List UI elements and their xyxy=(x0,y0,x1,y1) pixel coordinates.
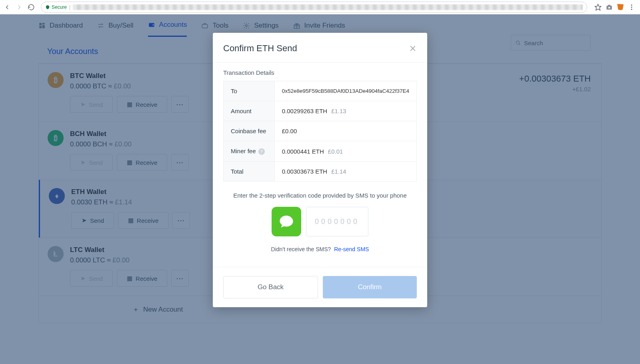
svg-rect-3 xyxy=(608,5,610,6)
amount-value: 0.00299263 ETH xyxy=(282,108,327,114)
go-back-label: Go Back xyxy=(258,283,284,291)
modal-title: Confirm ETH Send xyxy=(223,43,297,54)
browser-chrome: Secure | xyxy=(0,0,640,14)
secure-indicator: Secure xyxy=(45,4,67,10)
svg-point-5 xyxy=(631,6,632,8)
confirm-label: Confirm xyxy=(358,283,382,291)
transaction-table: To 0x52e8e95F59cB588DAf0D13ADe4904faC422… xyxy=(223,81,417,182)
amount-label: Amount xyxy=(224,101,275,121)
twofa-hint: Enter the 2-step verification code provi… xyxy=(226,192,414,199)
metamask-icon[interactable] xyxy=(617,4,624,11)
transaction-details-label: Transaction Details xyxy=(223,69,417,76)
secure-label: Secure xyxy=(52,4,67,10)
go-back-button[interactable]: Go Back xyxy=(223,276,318,298)
cbfee-value: £0.00 xyxy=(274,121,416,141)
svg-marker-0 xyxy=(595,4,601,10)
resend-question: Didn't receive the SMS? xyxy=(271,246,331,252)
twofa-code-input[interactable] xyxy=(306,207,368,236)
mfee-value: 0.0000441 ETH xyxy=(282,148,324,155)
svg-point-4 xyxy=(631,4,632,6)
help-icon[interactable]: ? xyxy=(258,148,265,155)
mfee-fiat: £0.01 xyxy=(328,148,343,155)
star-icon[interactable] xyxy=(594,4,602,11)
sms-icon xyxy=(272,207,301,236)
resend-link[interactable]: Re-send SMS xyxy=(334,246,369,252)
confirm-send-modal: Confirm ETH Send Transaction Details To … xyxy=(213,33,427,307)
confirm-button[interactable]: Confirm xyxy=(323,276,417,298)
to-label: To xyxy=(224,81,275,101)
total-label: Total xyxy=(224,162,275,182)
address-bar[interactable]: Secure | xyxy=(41,2,587,13)
more-icon[interactable] xyxy=(628,4,635,11)
reload-button[interactable] xyxy=(27,3,35,11)
forward-button[interactable] xyxy=(15,3,23,11)
amount-fiat: £1.13 xyxy=(331,108,346,114)
mfee-label: Miner fee xyxy=(231,148,256,154)
total-fiat: £1.14 xyxy=(331,168,346,175)
to-value: 0x52e8e95F59cB588DAf0D13ADe4904faC422f37… xyxy=(274,81,416,101)
back-button[interactable] xyxy=(3,3,11,11)
svg-point-6 xyxy=(631,8,632,10)
total-value: 0.00303673 ETH xyxy=(282,168,327,175)
cbfee-label: Coinbase fee xyxy=(224,121,275,141)
close-icon[interactable] xyxy=(409,44,417,52)
url-obscured xyxy=(73,4,583,10)
svg-point-2 xyxy=(608,6,610,8)
camera-icon[interactable] xyxy=(606,4,613,11)
app: Dashboard Buy/Sell Accounts Tools Settin… xyxy=(0,14,640,364)
